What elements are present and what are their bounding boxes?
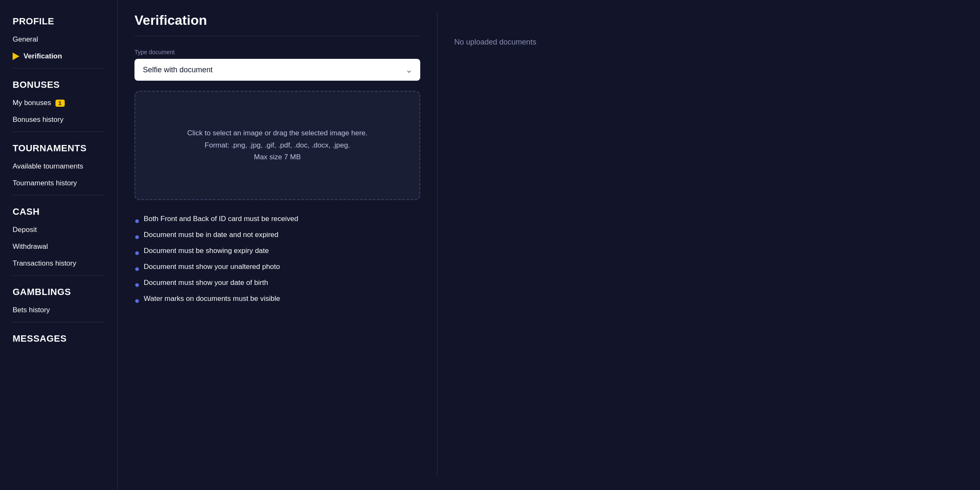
requirement-text-3: Document must be showing expiry date [144,247,269,255]
bullet-icon-4: ● [134,263,140,274]
sidebar-item-label-tournaments-history: Tournaments history [13,179,77,187]
sidebar-item-available-tournaments[interactable]: Available tournaments [0,158,117,175]
sidebar-item-bonuses-history[interactable]: Bonuses history [0,111,117,128]
sidebar-item-my-bonuses[interactable]: My bonuses 1 [0,95,117,111]
bullet-icon-6: ● [134,295,140,306]
upload-zone-content: Click to select an image or drag the sel… [187,127,367,164]
main-content: Verification Type document Selfie with d… [118,0,980,490]
sidebar-section-title-cash: CASH [0,199,117,221]
sidebar-item-general[interactable]: General [0,31,117,48]
sidebar-section-title-bonuses: BONUSES [0,72,117,95]
bullet-icon-3: ● [134,247,140,258]
page-title: Verification [134,13,420,28]
requirement-5: ● Document must show your date of birth [134,277,420,292]
requirement-4: ● Document must show your unaltered phot… [134,261,420,277]
sidebar-item-withdrawal[interactable]: Withdrawal [0,238,117,255]
sidebar-item-label-bets-history: Bets history [13,306,50,314]
sidebar-section-title-messages: MESSAGES [0,326,117,348]
sidebar: PROFILE General Verification BONUSES My … [0,0,118,490]
requirement-2: ● Document must be in date and not expir… [134,229,420,245]
divider-2 [13,132,105,132]
sidebar-section-title-profile: PROFILE [0,8,117,31]
requirement-6: ● Water marks on documents must be visib… [134,292,420,308]
requirement-3: ● Document must be showing expiry date [134,245,420,261]
sidebar-item-verification[interactable]: Verification [0,48,117,65]
bullet-icon-2: ● [134,231,140,242]
sidebar-item-label-deposit: Deposit [13,226,37,234]
sidebar-item-transactions-history[interactable]: Transactions history [0,255,117,272]
bullet-icon-1: ● [134,215,140,227]
bullet-icon-5: ● [134,279,140,290]
upload-zone[interactable]: Click to select an image or drag the sel… [134,91,420,200]
divider-1 [13,68,105,68]
requirement-text-4: Document must show your unaltered photo [144,263,280,271]
right-panel: No uploaded documents [437,13,580,477]
doc-type-wrapper: Selfie with document Passport ID Card Dr… [134,59,420,81]
sidebar-item-label-general: General [13,35,38,44]
sidebar-item-label-bonuses-history: Bonuses history [13,116,63,124]
sidebar-section-bonuses: BONUSES My bonuses 1 Bonuses history [0,72,117,128]
requirement-text-2: Document must be in date and not expired [144,231,278,239]
sidebar-section-title-tournaments: TOURNAMENTS [0,135,117,158]
sidebar-section-messages: MESSAGES [0,326,117,348]
sidebar-item-tournaments-history[interactable]: Tournaments history [0,175,117,192]
requirement-text-1: Both Front and Back of ID card must be r… [144,215,298,223]
divider-5 [13,322,105,322]
requirement-text-6: Water marks on documents must be visible [144,295,280,303]
title-divider [134,36,420,36]
upload-zone-formats: Format: .png, .jpg, .gif, .pdf, .doc, .d… [187,140,367,152]
no-docs-text: No uploaded documents [454,38,580,47]
upload-zone-maxsize: Max size 7 MB [187,151,367,163]
sidebar-item-bets-history[interactable]: Bets history [0,302,117,319]
sidebar-section-tournaments: TOURNAMENTS Available tournaments Tourna… [0,135,117,192]
requirement-1: ● Both Front and Back of ID card must be… [134,213,420,229]
sidebar-section-cash: CASH Deposit Withdrawal Transactions his… [0,199,117,272]
bonus-badge: 1 [55,100,65,107]
sidebar-item-label-withdrawal: Withdrawal [13,242,48,251]
sidebar-item-label-transactions-history: Transactions history [13,259,76,268]
doc-type-label: Type document [134,49,420,55]
divider-3 [13,195,105,195]
sidebar-item-label-verification: Verification [24,52,62,61]
sidebar-section-title-gamblings: GAMBLINGS [0,279,117,302]
requirements-list: ● Both Front and Back of ID card must be… [134,213,420,308]
sidebar-item-label-available-tournaments: Available tournaments [13,162,83,171]
sidebar-item-label-my-bonuses: My bonuses [13,99,51,107]
sidebar-section-gamblings: GAMBLINGS Bets history [0,279,117,319]
arrow-icon-verification [13,53,19,60]
content-area: Verification Type document Selfie with d… [134,13,420,477]
sidebar-section-profile: PROFILE General Verification [0,8,117,65]
requirement-text-5: Document must show your date of birth [144,279,268,287]
divider-4 [13,275,105,276]
upload-zone-main-text: Click to select an image or drag the sel… [187,127,367,140]
doc-type-select[interactable]: Selfie with document Passport ID Card Dr… [134,59,420,81]
sidebar-item-deposit[interactable]: Deposit [0,221,117,238]
